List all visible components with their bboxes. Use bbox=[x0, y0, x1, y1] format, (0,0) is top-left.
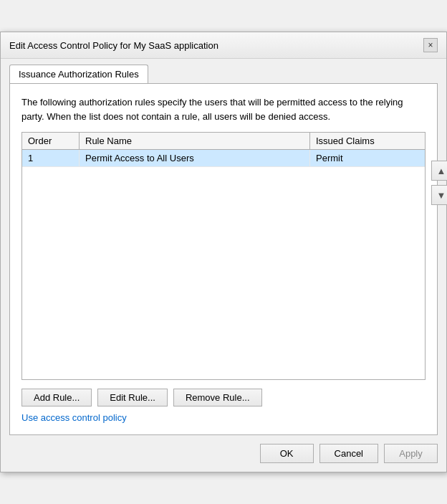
dialog-footer: OK Cancel Apply bbox=[1, 435, 446, 472]
arrow-buttons: ▲ ▼ bbox=[431, 161, 447, 205]
table-wrapper: Order Rule Name Issued Claims 1 Permit A… bbox=[21, 132, 426, 380]
description-text: The following authorization rules specif… bbox=[21, 95, 426, 123]
dialog: Edit Access Control Policy for My SaaS a… bbox=[0, 32, 447, 472]
up-arrow-icon: ▲ bbox=[437, 166, 446, 176]
move-down-button[interactable]: ▼ bbox=[431, 185, 447, 205]
column-issued-claims: Issued Claims bbox=[310, 133, 425, 149]
add-rule-button[interactable]: Add Rule... bbox=[21, 389, 92, 406]
remove-rule-button[interactable]: Remove Rule... bbox=[173, 389, 262, 406]
table-row[interactable]: 1 Permit Access to All Users Permit bbox=[22, 150, 425, 167]
down-arrow-icon: ▼ bbox=[437, 190, 446, 201]
cell-order: 1 bbox=[22, 150, 80, 166]
action-buttons: Add Rule... Edit Rule... Remove Rule... bbox=[21, 389, 426, 406]
dialog-title: Edit Access Control Policy for My SaaS a… bbox=[9, 40, 218, 51]
table-body: 1 Permit Access to All Users Permit bbox=[22, 150, 425, 379]
rules-table: Order Rule Name Issued Claims 1 Permit A… bbox=[21, 132, 426, 380]
cell-rule-name: Permit Access to All Users bbox=[80, 150, 310, 166]
cell-issued-claims: Permit bbox=[310, 150, 425, 166]
ok-button[interactable]: OK bbox=[260, 444, 314, 463]
table-header: Order Rule Name Issued Claims bbox=[22, 133, 425, 150]
tabs-container: Issuance Authorization Rules bbox=[1, 59, 446, 83]
edit-rule-button[interactable]: Edit Rule... bbox=[97, 389, 168, 406]
use-access-control-link[interactable]: Use access control policy bbox=[21, 412, 127, 423]
title-bar: Edit Access Control Policy for My SaaS a… bbox=[1, 32, 446, 59]
tab-content: The following authorization rules specif… bbox=[9, 83, 438, 435]
close-button[interactable]: × bbox=[423, 38, 438, 52]
tab-issuance-auth[interactable]: Issuance Authorization Rules bbox=[9, 65, 148, 83]
apply-button[interactable]: Apply bbox=[384, 444, 438, 463]
cancel-button[interactable]: Cancel bbox=[319, 444, 378, 463]
column-rule-name: Rule Name bbox=[80, 133, 310, 149]
move-up-button[interactable]: ▲ bbox=[431, 161, 447, 181]
column-order: Order bbox=[22, 133, 80, 149]
